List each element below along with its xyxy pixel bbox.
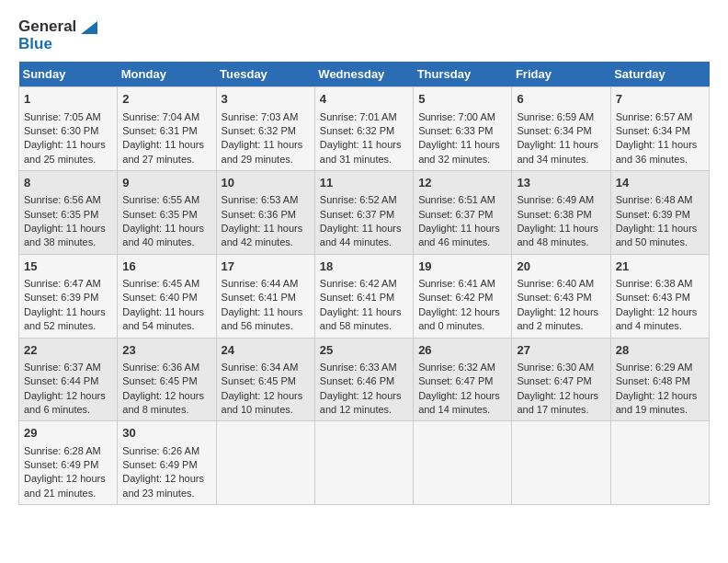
day-number: 27 [517, 342, 605, 359]
daylight: Daylight: 11 hours and 52 minutes. [24, 306, 106, 331]
sunset: Sunset: 6:41 PM [222, 292, 296, 303]
sunset: Sunset: 6:45 PM [122, 375, 197, 386]
day-number: 12 [418, 175, 506, 191]
svg-marker-0 [81, 21, 97, 34]
week-row-3: 15Sunrise: 6:47 AMSunset: 6:39 PMDayligh… [19, 254, 710, 338]
calendar-cell: 30Sunrise: 6:26 AMSunset: 6:49 PMDayligh… [118, 421, 216, 505]
day-number: 7 [616, 91, 704, 108]
calendar-cell: 10Sunrise: 6:53 AMSunset: 6:36 PMDayligh… [216, 171, 314, 255]
column-header-thursday: Thursday [414, 62, 512, 87]
sunrise: Sunrise: 7:05 AM [24, 111, 101, 122]
header-row: SundayMondayTuesdayWednesdayThursdayFrid… [19, 62, 710, 87]
day-number: 6 [517, 91, 605, 108]
sunrise: Sunrise: 6:55 AM [122, 194, 199, 205]
calendar-cell: 29Sunrise: 6:28 AMSunset: 6:49 PMDayligh… [19, 421, 118, 505]
sunset: Sunset: 6:41 PM [320, 292, 394, 303]
day-number: 5 [418, 91, 506, 108]
sunset: Sunset: 6:34 PM [616, 125, 690, 136]
sunrise: Sunrise: 6:38 AM [616, 278, 693, 289]
calendar-cell: 28Sunrise: 6:29 AMSunset: 6:48 PMDayligh… [610, 338, 709, 421]
day-number: 23 [122, 342, 210, 359]
sunrise: Sunrise: 6:53 AM [222, 194, 299, 205]
logo: General Blue [18, 18, 97, 52]
sunrise: Sunrise: 6:26 AM [122, 445, 199, 456]
sunrise: Sunrise: 6:28 AM [24, 445, 101, 456]
sunset: Sunset: 6:37 PM [320, 209, 394, 220]
week-row-4: 22Sunrise: 6:37 AMSunset: 6:44 PMDayligh… [19, 338, 710, 421]
sunset: Sunset: 6:35 PM [24, 209, 98, 220]
calendar-cell: 20Sunrise: 6:40 AMSunset: 6:43 PMDayligh… [512, 254, 610, 338]
day-number: 17 [222, 259, 310, 275]
sunset: Sunset: 6:45 PM [222, 375, 296, 386]
sunset: Sunset: 6:31 PM [122, 125, 197, 136]
daylight: Daylight: 11 hours and 56 minutes. [222, 306, 303, 331]
sunset: Sunset: 6:49 PM [24, 459, 98, 470]
sunset: Sunset: 6:47 PM [517, 375, 591, 386]
calendar-cell [512, 421, 610, 505]
daylight: Daylight: 11 hours and 38 minutes. [24, 223, 106, 247]
sunrise: Sunrise: 6:41 AM [418, 278, 495, 289]
daylight: Daylight: 11 hours and 40 minutes. [122, 223, 204, 247]
week-row-5: 29Sunrise: 6:28 AMSunset: 6:49 PMDayligh… [19, 421, 710, 505]
sunrise: Sunrise: 6:59 AM [517, 111, 594, 122]
calendar-cell [216, 421, 314, 505]
sunrise: Sunrise: 7:00 AM [418, 111, 495, 122]
sunset: Sunset: 6:38 PM [517, 209, 591, 220]
daylight: Daylight: 11 hours and 54 minutes. [122, 306, 204, 331]
sunset: Sunset: 6:36 PM [222, 209, 296, 220]
sunrise: Sunrise: 6:48 AM [616, 194, 693, 205]
column-header-sunday: Sunday [19, 62, 118, 87]
calendar-cell: 15Sunrise: 6:47 AMSunset: 6:39 PMDayligh… [19, 254, 118, 338]
daylight: Daylight: 12 hours and 19 minutes. [616, 390, 698, 415]
sunset: Sunset: 6:42 PM [418, 292, 493, 303]
day-number: 4 [320, 91, 408, 108]
sunrise: Sunrise: 7:04 AM [122, 111, 199, 122]
daylight: Daylight: 11 hours and 46 minutes. [418, 223, 500, 247]
calendar-cell: 11Sunrise: 6:52 AMSunset: 6:37 PMDayligh… [314, 171, 413, 255]
day-number: 2 [122, 91, 210, 108]
day-number: 19 [418, 259, 506, 275]
calendar-cell: 19Sunrise: 6:41 AMSunset: 6:42 PMDayligh… [414, 254, 512, 338]
day-number: 1 [24, 91, 112, 108]
day-number: 24 [222, 342, 310, 359]
sunrise: Sunrise: 6:51 AM [418, 194, 495, 205]
calendar-cell: 18Sunrise: 6:42 AMSunset: 6:41 PMDayligh… [314, 254, 413, 338]
calendar-cell: 16Sunrise: 6:45 AMSunset: 6:40 PMDayligh… [118, 254, 216, 338]
sunset: Sunset: 6:47 PM [418, 375, 493, 386]
calendar-cell: 7Sunrise: 6:57 AMSunset: 6:34 PMDaylight… [610, 87, 709, 171]
calendar-cell: 24Sunrise: 6:34 AMSunset: 6:45 PMDayligh… [216, 338, 314, 421]
calendar-cell [610, 421, 709, 505]
daylight: Daylight: 11 hours and 58 minutes. [320, 306, 402, 331]
sunset: Sunset: 6:35 PM [122, 209, 197, 220]
sunset: Sunset: 6:39 PM [616, 209, 690, 220]
sunset: Sunset: 6:49 PM [122, 459, 197, 470]
calendar-cell: 22Sunrise: 6:37 AMSunset: 6:44 PMDayligh… [19, 338, 118, 421]
calendar-cell [414, 421, 512, 505]
day-number: 3 [222, 91, 310, 108]
day-number: 29 [24, 425, 112, 442]
daylight: Daylight: 11 hours and 42 minutes. [222, 223, 303, 247]
logo-text-blue: Blue [18, 36, 97, 53]
sunrise: Sunrise: 6:37 AM [24, 362, 101, 373]
sunrise: Sunrise: 6:34 AM [222, 362, 299, 373]
sunset: Sunset: 6:40 PM [122, 292, 197, 303]
sunrise: Sunrise: 6:49 AM [517, 194, 594, 205]
calendar-cell: 1Sunrise: 7:05 AMSunset: 6:30 PMDaylight… [19, 87, 118, 171]
sunset: Sunset: 6:43 PM [616, 292, 690, 303]
calendar-cell: 2Sunrise: 7:04 AMSunset: 6:31 PMDaylight… [118, 87, 216, 171]
sunrise: Sunrise: 6:33 AM [320, 362, 397, 373]
column-header-friday: Friday [512, 62, 610, 87]
sunrise: Sunrise: 6:47 AM [24, 278, 101, 289]
sunrise: Sunrise: 6:42 AM [320, 278, 397, 289]
sunrise: Sunrise: 6:36 AM [122, 362, 199, 373]
day-number: 25 [320, 342, 408, 359]
sunset: Sunset: 6:39 PM [24, 292, 98, 303]
daylight: Daylight: 11 hours and 25 minutes. [24, 139, 106, 164]
sunrise: Sunrise: 6:45 AM [122, 278, 199, 289]
daylight: Daylight: 12 hours and 6 minutes. [24, 390, 106, 415]
sunrise: Sunrise: 6:44 AM [222, 278, 299, 289]
day-number: 18 [320, 259, 408, 275]
day-number: 15 [24, 259, 112, 275]
calendar-cell: 14Sunrise: 6:48 AMSunset: 6:39 PMDayligh… [610, 171, 709, 255]
sunrise: Sunrise: 6:52 AM [320, 194, 397, 205]
